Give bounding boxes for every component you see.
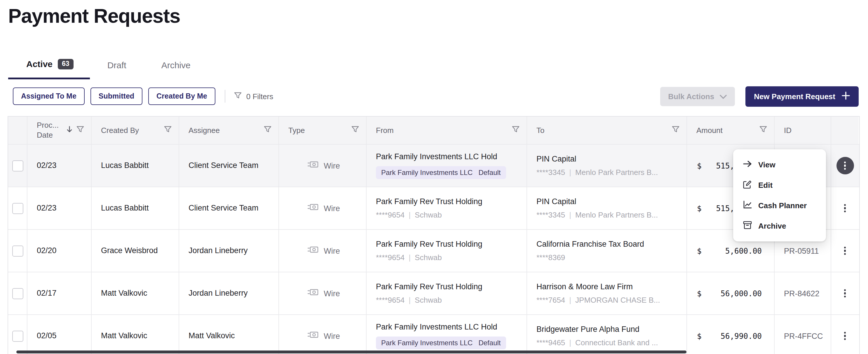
menu-item-edit[interactable]: Edit	[733, 175, 826, 196]
table-row[interactable]: 02/17 Matt Valkovic Jordan Lineberry Wir…	[8, 272, 859, 315]
proc-date: 02/05	[37, 331, 84, 341]
payment-type: Wire	[324, 204, 340, 213]
from-account-detail: ****9654 | Schwab	[376, 296, 520, 305]
header-to: To	[527, 117, 687, 144]
new-payment-request-button[interactable]: New Payment Request	[745, 86, 859, 106]
toolbar: Assigned To Me Submitted Created By Me 0…	[0, 85, 868, 107]
amount-value: 56,990.00	[721, 331, 762, 340]
to-account-name: PIN Capital	[536, 197, 679, 207]
header-proc-date-label: Proc... Date	[37, 120, 59, 140]
funnel-icon[interactable]	[760, 126, 767, 135]
filters-indicator[interactable]: 0 Filters	[234, 92, 273, 101]
payment-type: Wire	[324, 161, 340, 170]
horizontal-scrollbar-thumb[interactable]	[17, 351, 686, 353]
funnel-icon	[234, 92, 242, 101]
currency-symbol: $	[697, 204, 702, 213]
from-account-detail: ****9654 | Schwab	[376, 211, 520, 219]
assignee: Client Service Team	[189, 203, 272, 213]
header-from: From	[367, 117, 527, 144]
table-header-row: Proc... Date Created By Assignee	[8, 117, 859, 145]
filters-count-label: 0 Filters	[246, 92, 273, 101]
header-amount: Amount	[687, 117, 775, 144]
from-account-name: Park Family Rev Trust Holding	[376, 197, 520, 207]
currency-symbol: $	[697, 246, 702, 255]
toolbar-divider	[225, 90, 225, 103]
arrow-right-icon	[743, 161, 752, 169]
kebab-menu-icon[interactable]	[836, 200, 854, 217]
to-account-name: California Franchise Tax Board	[536, 240, 679, 250]
wire-icon	[307, 161, 318, 170]
menu-item-view[interactable]: View	[733, 154, 826, 175]
payment-requests-page: Payment Requests Active 63 Draft Archive…	[0, 0, 868, 354]
funnel-icon[interactable]	[351, 126, 359, 135]
funnel-icon[interactable]	[76, 126, 84, 135]
amount-value: 5,600.00	[725, 246, 762, 255]
created-by: Matt Valkovic	[101, 331, 172, 341]
chevron-down-icon	[719, 92, 726, 101]
kebab-menu-icon[interactable]	[836, 157, 854, 174]
table-row[interactable]: 02/23 Lucas Babbitt Client Service Team …	[8, 145, 859, 187]
from-account-name: Park Family Rev Trust Holding	[376, 240, 520, 250]
wire-icon	[307, 331, 318, 341]
assignee: Jordan Lineberry	[189, 246, 272, 256]
kebab-menu-icon[interactable]	[836, 285, 854, 302]
row-checkbox[interactable]	[12, 330, 23, 342]
payment-type: Wire	[324, 289, 340, 298]
proc-date: 02/17	[37, 288, 84, 298]
table-row[interactable]: 02/20 Grace Weisbrod Jordan Lineberry Wi…	[8, 230, 859, 272]
bulk-actions-button[interactable]: Bulk Actions	[660, 86, 735, 106]
active-count-badge: 63	[58, 59, 73, 69]
tab-draft[interactable]: Draft	[90, 57, 144, 79]
filter-chip-created-by-me[interactable]: Created By Me	[148, 87, 215, 105]
row-checkbox[interactable]	[12, 203, 23, 214]
to-account-detail: ****7654 | JPMORGAN CHASE B...	[536, 296, 679, 305]
from-account-name: Park Family Investments LLC Hold	[376, 322, 520, 332]
funnel-icon[interactable]	[512, 126, 520, 135]
created-by: Matt Valkovic	[101, 288, 172, 298]
amount-value: 56,000.00	[721, 289, 762, 298]
new-payment-request-label: New Payment Request	[754, 92, 835, 101]
from-account-name: Park Family Rev Trust Holding	[376, 282, 520, 292]
assignee: Matt Valkovic	[189, 331, 272, 341]
tab-archive-label: Archive	[161, 60, 191, 70]
tab-archive[interactable]: Archive	[144, 57, 208, 79]
chart-icon	[743, 201, 752, 211]
created-by: Lucas Babbitt	[101, 161, 172, 171]
tab-active-label: Active	[26, 59, 53, 69]
table-row[interactable]: 02/23 Lucas Babbitt Client Service Team …	[8, 187, 859, 230]
row-checkbox[interactable]	[12, 245, 23, 256]
tab-bar: Active 63 Draft Archive	[8, 57, 208, 79]
tab-active[interactable]: Active 63	[8, 57, 90, 79]
edit-icon	[743, 180, 752, 190]
table-row[interactable]: 02/05 Matt Valkovic Matt Valkovic Wire P…	[8, 315, 859, 354]
row-checkbox[interactable]	[12, 160, 23, 171]
sort-desc-icon[interactable]	[66, 126, 72, 135]
entity-badge: Park Family Investments LLC Default	[376, 166, 506, 179]
wire-icon	[307, 289, 318, 298]
archive-icon	[743, 221, 752, 231]
filter-chip-submitted[interactable]: Submitted	[91, 87, 143, 105]
menu-item-archive[interactable]: Archive	[733, 216, 826, 236]
menu-item-cash-planner[interactable]: Cash Planner	[733, 196, 826, 216]
amount-cell: $ 56,000.00	[687, 272, 775, 314]
funnel-icon[interactable]	[672, 126, 679, 135]
filter-chip-assigned-to-me[interactable]: Assigned To Me	[13, 87, 85, 105]
payment-requests-table: Proc... Date Created By Assignee	[8, 116, 860, 354]
created-by: Grace Weisbrod	[101, 246, 172, 256]
tab-draft-label: Draft	[107, 60, 126, 70]
funnel-icon[interactable]	[264, 126, 272, 135]
kebab-menu-icon[interactable]	[836, 242, 854, 259]
request-id: PR-4FFCC	[784, 331, 824, 340]
proc-date: 02/23	[37, 203, 84, 213]
funnel-icon[interactable]	[164, 126, 172, 135]
to-account-name: Bridgewater Pure Alpha Fund	[536, 325, 679, 335]
to-account-detail: ****3345 | Menlo Park Partners B...	[536, 168, 679, 177]
wire-icon	[307, 204, 318, 213]
to-account-detail: ****9465 | Connecticut Bank and ...	[536, 338, 679, 347]
currency-symbol: $	[697, 161, 702, 170]
page-title: Payment Requests	[8, 5, 180, 27]
proc-date: 02/23	[37, 161, 84, 171]
row-checkbox[interactable]	[12, 288, 23, 299]
assignee: Jordan Lineberry	[189, 288, 272, 298]
kebab-menu-icon[interactable]	[836, 327, 854, 345]
